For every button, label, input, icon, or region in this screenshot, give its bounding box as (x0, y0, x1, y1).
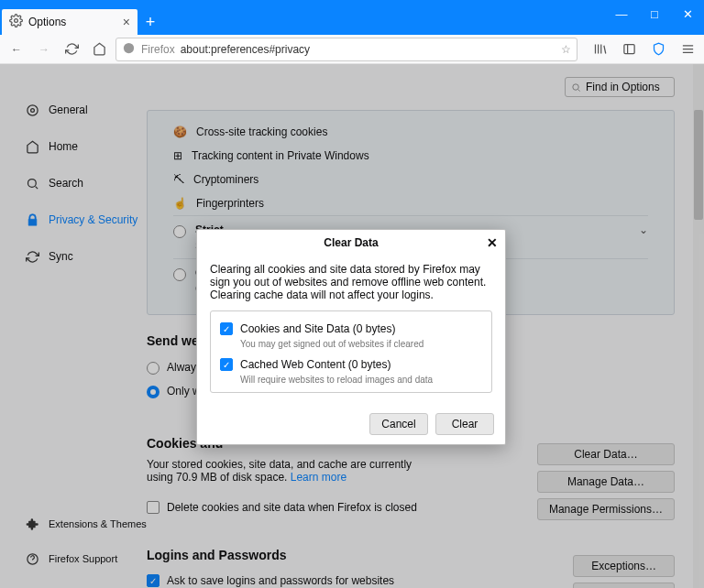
checkbox-label: Cached Web Content (0 bytes) (240, 358, 391, 371)
checkbox-icon: ✓ (220, 322, 233, 335)
window-minimize[interactable]: — (605, 0, 638, 27)
reload-button[interactable] (60, 38, 82, 60)
menu-icon[interactable] (676, 38, 698, 60)
tab-options[interactable]: Options × (2, 9, 138, 35)
nav-toolbar: ← → Firefox about:preferences#privacy ☆ (0, 35, 704, 64)
clear-button[interactable]: Clear (435, 413, 494, 435)
dialog-close-icon[interactable]: ✕ (487, 235, 498, 250)
svg-point-0 (15, 19, 18, 23)
svg-point-1 (124, 42, 134, 52)
sidebar-icon[interactable] (618, 38, 640, 60)
dialog-title: Clear Data (324, 236, 378, 249)
back-button[interactable]: ← (6, 38, 28, 60)
window-maximize[interactable]: □ (638, 0, 671, 27)
checkbox-label: Cookies and Site Data (0 bytes) (240, 322, 395, 335)
bookmark-star-icon[interactable]: ☆ (561, 43, 571, 56)
cancel-button[interactable]: Cancel (369, 413, 428, 435)
checkbox-icon: ✓ (220, 358, 233, 371)
forward-button[interactable]: → (33, 38, 55, 60)
shield-icon[interactable] (647, 38, 669, 60)
url-bar[interactable]: Firefox about:preferences#privacy ☆ (116, 38, 578, 61)
tab-strip: Options × + (0, 7, 704, 35)
library-icon[interactable] (588, 38, 610, 60)
tab-close-icon[interactable]: × (123, 15, 130, 29)
checkbox-cookies-sitedata[interactable]: ✓ Cookies and Site Data (0 bytes) (220, 319, 482, 339)
identity-icon (122, 41, 136, 58)
dialog-intro: Clearing all cookies and site data store… (210, 263, 492, 301)
window-close[interactable]: ✕ (671, 0, 704, 27)
new-tab-button[interactable]: + (138, 9, 163, 35)
tab-label: Options (28, 16, 66, 28)
clear-data-dialog: Clear Data ✕ Clearing all cookies and si… (196, 229, 506, 445)
svg-rect-2 (623, 45, 633, 54)
checkbox-cached-content[interactable]: ✓ Cached Web Content (0 bytes) (220, 354, 482, 375)
url-path: about:preferences#privacy (181, 43, 310, 56)
home-button[interactable] (88, 38, 110, 60)
gear-icon (9, 14, 23, 30)
checkbox-sublabel: You may get signed out of websites if cl… (240, 339, 482, 349)
url-identity: Firefox (141, 43, 175, 56)
checkbox-sublabel: Will require websites to reload images a… (240, 375, 482, 385)
